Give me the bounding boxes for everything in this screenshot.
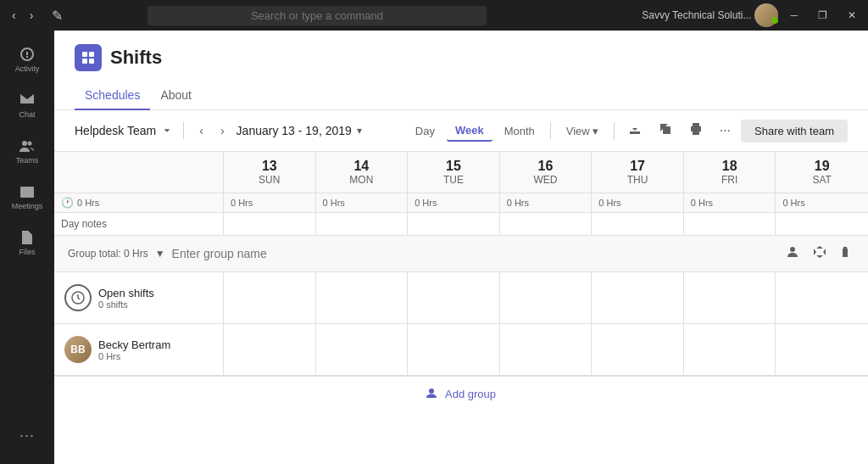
titlebar-right: Savvy Technical Soluti... ─ ❐ ✕ [642,3,868,27]
sidebar-item-files[interactable]: Files [5,221,49,265]
header-empty-cell [54,152,224,193]
delete-group-button[interactable] [836,243,854,265]
day-name-4: THU [627,174,648,186]
open-shift-sun[interactable] [224,272,316,323]
group-chevron-icon[interactable]: ▼ [155,248,165,260]
calendar-summary: 🕐 0 Hrs 0 Hrs 0 Hrs 0 Hrs 0 Hrs 0 Hrs 0 … [54,193,868,213]
day-name-0: SUN [259,174,280,186]
person-avatar-0: BB [64,336,92,363]
open-shift-fri[interactable] [684,272,776,323]
group-name-input[interactable] [172,247,778,260]
divider-1 [183,122,184,139]
open-shifts-count: 0 shifts [98,299,154,310]
search-input[interactable] [147,6,487,25]
person-shift-mon-0[interactable] [316,324,409,375]
date-range[interactable]: January 13 - 19, 2019 ▾ [236,124,362,137]
person-shift-wed-0[interactable] [500,324,593,375]
date-range-chevron: ▾ [357,125,362,137]
person-info-0: BB Becky Bertram 0 Hrs [54,324,224,375]
move-group-button[interactable] [810,243,829,265]
view-custom-button[interactable]: View ▾ [558,121,607,141]
view-label: View [566,125,590,137]
open-shift-sat[interactable] [776,272,868,323]
day-notes-row: Day notes [54,213,868,236]
day-num-4: 17 [595,159,680,174]
sidebar-label-activity: Activity [15,64,40,73]
print-button[interactable] [682,119,709,143]
divider-3 [614,122,615,139]
open-shifts-info: Open shifts 0 shifts [54,272,224,323]
tab-schedules[interactable]: Schedules [75,81,150,110]
header-day-5: 18 FRI [684,152,776,193]
prev-week-button[interactable]: ‹ [194,120,209,141]
calendar: 13 SUN 14 MON 15 TUE 16 WED 17 THU 18 FR… [54,152,868,464]
tab-about[interactable]: About [150,81,202,110]
svg-rect-9 [89,59,94,64]
open-shift-mon[interactable] [316,272,409,323]
back-button[interactable]: ‹ [7,5,21,25]
next-week-button[interactable]: › [215,120,230,141]
day-notes-mon [316,213,409,235]
toolbar: Helpdesk Team ‹ › January 13 - 19, 2019 … [54,110,868,152]
view-week-button[interactable]: Week [447,120,492,142]
day-name-2: TUE [443,174,464,186]
person-hours-0: 0 Hrs [98,351,170,361]
more-options-button[interactable]: ··· [713,120,737,142]
person-shift-sun-0[interactable] [224,324,316,375]
date-range-text: January 13 - 19, 2019 [236,124,352,137]
day-notes-tue [408,213,500,235]
person-shift-fri-0[interactable] [684,324,776,375]
sidebar-item-activity[interactable]: Activity [5,37,49,81]
summary-wed: 0 Hrs [500,193,593,212]
sidebar-item-chat[interactable]: Chat [5,83,49,127]
day-num-0: 13 [227,159,312,174]
group-total: Group total: 0 Hrs [68,248,148,260]
add-person-button[interactable] [785,243,804,265]
compose-button[interactable]: ✎ [45,4,70,27]
export-button[interactable] [621,119,648,143]
day-notes-label: Day notes [54,213,224,235]
summary-mon: 0 Hrs [316,193,409,212]
view-day-button[interactable]: Day [407,121,443,141]
sidebar-more[interactable]: ··· [5,413,49,457]
open-shift-thu[interactable] [592,272,684,323]
header-day-3: 16 WED [500,152,593,193]
day-notes-wed [500,213,593,235]
forward-button[interactable]: › [25,5,39,25]
day-num-1: 14 [320,159,404,174]
copy-button[interactable] [652,119,679,143]
add-group-button[interactable]: Add group [54,377,868,411]
person-shift-thu-0[interactable] [592,324,684,375]
person-shift-tue-0[interactable] [408,324,500,375]
sidebar-label-teams: Teams [16,156,39,165]
day-name-1: MON [349,174,373,186]
view-month-button[interactable]: Month [496,121,543,141]
clock-avatar [64,284,92,311]
view-chevron-icon: ▾ [593,125,598,137]
maximize-button[interactable]: ❐ [810,6,836,25]
open-shift-tue[interactable] [408,272,500,323]
team-name: Helpdesk Team [75,124,156,137]
titlebar-nav: ‹ › [0,5,45,25]
day-num-5: 18 [687,159,772,174]
open-shift-wed[interactable] [500,272,593,323]
sidebar-item-teams[interactable]: Teams [5,129,49,173]
day-num-3: 16 [504,159,588,174]
person-details-0: Becky Bertram 0 Hrs [98,338,170,361]
app-tabs: Schedules About [75,81,848,109]
clock-icon: 🕐 [61,197,74,209]
divider-2 [550,122,551,139]
minimize-button[interactable]: ─ [782,6,806,25]
add-group-label: Add group [445,388,496,400]
summary-label-cell: 🕐 0 Hrs [54,193,224,212]
group-header: Group total: 0 Hrs ▼ [54,236,868,272]
open-shifts-details: Open shifts 0 shifts [98,287,154,310]
person-shift-sat-0[interactable] [776,324,868,375]
sidebar-item-meetings[interactable]: Meetings [5,175,49,219]
view-options: Day Week Month View ▾ ··· Share with tea… [407,119,848,143]
team-selector[interactable]: Helpdesk Team [75,124,173,137]
close-button[interactable]: ✕ [839,6,865,25]
share-with-team-button[interactable]: Share with team [741,120,848,143]
svg-point-11 [790,247,795,252]
svg-point-1 [28,142,32,146]
